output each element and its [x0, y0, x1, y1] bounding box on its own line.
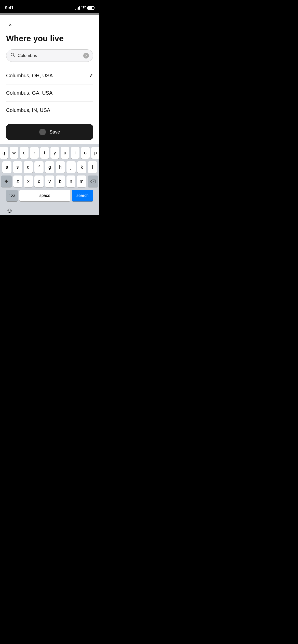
keyboard-row-2: a s d f g h j k l — [1, 161, 98, 173]
key-q[interactable]: q — [0, 147, 8, 159]
key-w[interactable]: w — [10, 147, 18, 159]
result-label: Columbus, OH, USA — [6, 73, 53, 79]
status-icons — [75, 6, 94, 10]
key-f[interactable]: f — [34, 161, 44, 173]
signal-icon — [75, 6, 80, 10]
close-button[interactable]: × — [6, 21, 14, 29]
key-s[interactable]: s — [13, 161, 22, 173]
key-i[interactable]: i — [71, 147, 79, 159]
key-b[interactable]: b — [56, 175, 65, 187]
keyboard: q w e r t y u i o p a s d f g h j k l z … — [0, 144, 99, 206]
key-k[interactable]: k — [77, 161, 86, 173]
save-dot — [39, 129, 46, 135]
save-label: Save — [49, 129, 60, 135]
result-item-columbus-in[interactable]: Columbus, IN, USA — [6, 102, 93, 119]
close-row: × — [6, 15, 93, 30]
battery-icon — [87, 6, 94, 10]
key-p[interactable]: p — [91, 147, 99, 159]
result-item-columbus-ga[interactable]: Columbus, GA, USA — [6, 84, 93, 102]
keyboard-row-3: z x c v b n m — [1, 175, 98, 187]
keyboard-row-4: 123 space search — [1, 190, 98, 201]
space-key[interactable]: space — [19, 190, 70, 201]
result-label: Columbus, GA, USA — [6, 90, 52, 96]
result-item-columbus-oh[interactable]: Columbus, OH, USA ✓ — [6, 67, 93, 84]
key-l[interactable]: l — [88, 161, 97, 173]
result-label: Columbus, IN, USA — [6, 107, 50, 113]
key-j[interactable]: j — [66, 161, 76, 173]
search-container: ✕ — [6, 49, 93, 62]
key-c[interactable]: c — [34, 175, 44, 187]
page-title: Where you live — [6, 30, 93, 49]
key-y[interactable]: y — [50, 147, 59, 159]
search-key[interactable]: search — [72, 190, 93, 201]
key-e[interactable]: e — [20, 147, 29, 159]
emoji-button[interactable]: ☺ — [6, 207, 13, 214]
status-bar: 9:41 — [0, 0, 99, 13]
key-z[interactable]: z — [13, 175, 22, 187]
key-m[interactable]: m — [77, 175, 86, 187]
svg-line-1 — [13, 56, 15, 57]
backspace-key[interactable] — [88, 175, 98, 187]
key-g[interactable]: g — [45, 161, 54, 173]
key-h[interactable]: h — [56, 161, 65, 173]
search-icon — [10, 53, 15, 58]
key-r[interactable]: r — [30, 147, 39, 159]
save-section: Save — [0, 119, 99, 144]
wifi-icon — [82, 6, 86, 10]
shift-key[interactable] — [1, 175, 12, 187]
key-x[interactable]: x — [24, 175, 33, 187]
keyboard-row-1: q w e r t y u i o p — [1, 147, 98, 159]
key-t[interactable]: t — [40, 147, 49, 159]
key-a[interactable]: a — [2, 161, 11, 173]
bottom-bar: ☺ — [0, 206, 99, 215]
clear-button[interactable]: ✕ — [83, 53, 89, 58]
main-content: × Where you live ✕ Columbus, OH, USA ✓ C… — [0, 15, 99, 119]
key-d[interactable]: d — [24, 161, 33, 173]
check-icon: ✓ — [89, 72, 93, 79]
key-o[interactable]: o — [81, 147, 90, 159]
search-input[interactable] — [18, 53, 81, 58]
key-v[interactable]: v — [45, 175, 54, 187]
search-wrapper: ✕ — [6, 49, 93, 62]
results-list: Columbus, OH, USA ✓ Columbus, GA, USA Co… — [6, 67, 93, 119]
drag-indicator — [0, 13, 99, 15]
key-n[interactable]: n — [66, 175, 76, 187]
key-u[interactable]: u — [61, 147, 69, 159]
save-button[interactable]: Save — [6, 124, 93, 140]
number-key[interactable]: 123 — [6, 190, 18, 201]
status-time: 9:41 — [5, 5, 13, 10]
